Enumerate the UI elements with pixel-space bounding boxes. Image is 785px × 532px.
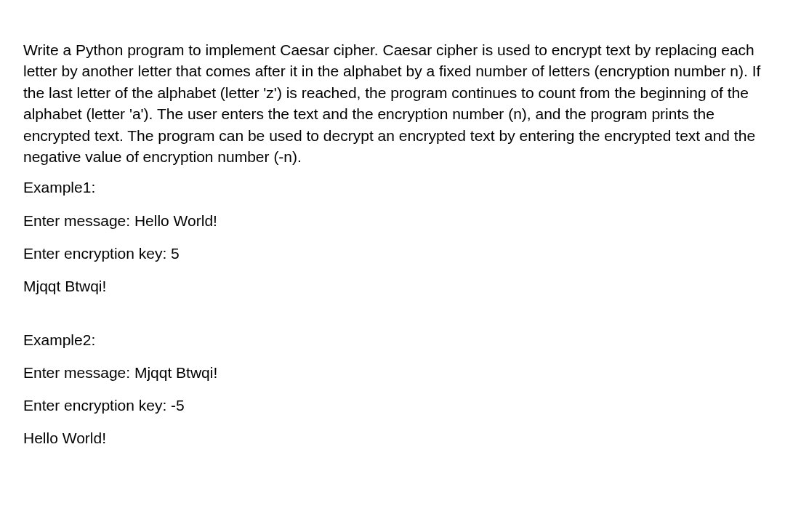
example2-enter-key: Enter encryption key: -5 <box>23 395 763 415</box>
document-page: Write a Python program to implement Caes… <box>0 0 785 476</box>
example1-enter-key: Enter encryption key: 5 <box>23 243 763 263</box>
example2-output: Hello World! <box>23 428 763 448</box>
example2-enter-message: Enter message: Mjqqt Btwqi! <box>23 363 763 382</box>
example1-output: Mjqqt Btwqi! <box>23 276 763 296</box>
problem-statement: Write a Python program to implement Caes… <box>23 39 763 167</box>
example1-enter-message: Enter message: Hello World! <box>23 211 763 230</box>
example2-title: Example2: <box>23 330 763 350</box>
section-gap <box>23 310 763 330</box>
example1-title: Example1: <box>23 177 763 197</box>
